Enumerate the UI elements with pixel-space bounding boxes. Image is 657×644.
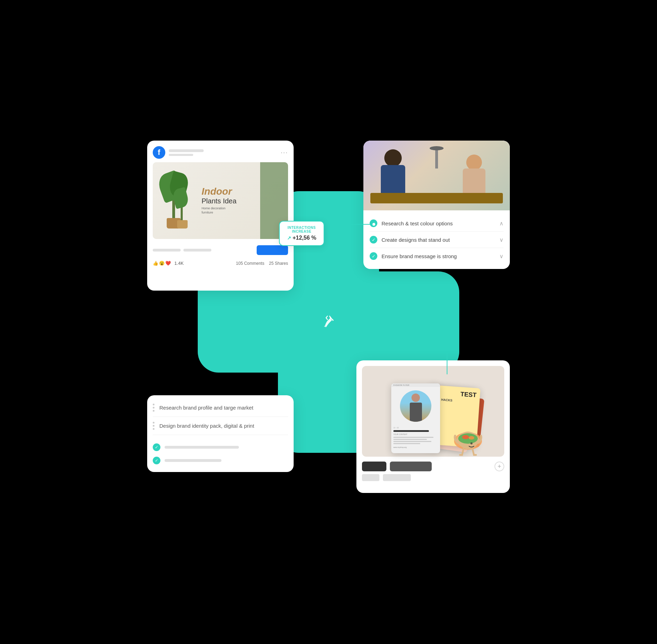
design-card: FASHIONFLYER TEST HACKS FASHION FLYER xyxy=(356,360,510,493)
tasks-card: Research brand profile and targe market … xyxy=(147,395,294,472)
center-design-icon xyxy=(318,312,339,332)
drag-handle-1[interactable] xyxy=(153,404,154,412)
dot2 xyxy=(153,407,154,409)
lamp-stand xyxy=(435,148,438,169)
wow-emoji: 😮 xyxy=(159,261,165,266)
dot6 xyxy=(153,428,154,430)
plant-illustration xyxy=(160,173,195,229)
flyer-main: FASHION FLYER 10 · 03 YOUR CONTEN xyxy=(391,383,440,453)
design-preview: FASHIONFLYER TEST HACKS FASHION FLYER xyxy=(362,366,504,457)
drag-handle-2[interactable] xyxy=(153,422,154,430)
facebook-icon: f xyxy=(153,146,165,159)
people-scene xyxy=(363,141,510,210)
check-icon-3: ✓ xyxy=(370,252,377,260)
body-line-1 xyxy=(393,437,433,438)
checklist-photo xyxy=(363,141,510,210)
checklist-item-1[interactable]: ✓ Research & test colour options ∧ xyxy=(370,215,504,232)
completed-check-2: ✓ xyxy=(153,457,160,464)
design-tag-1 xyxy=(362,474,379,481)
flyer-top-bar: FASHION FLYER xyxy=(391,383,440,387)
person2 xyxy=(466,155,482,193)
person2-body xyxy=(463,169,485,193)
fb-action-line2 xyxy=(183,249,211,252)
completed-tasks: ✓ ✓ xyxy=(153,439,288,469)
person-head-flyer xyxy=(411,394,420,402)
task-text-2: Design brand identity pack, digital & pr… xyxy=(159,423,254,429)
flyer-title-line xyxy=(393,430,429,432)
checklist-item-2[interactable]: ✓ Create designs that stand out ∨ xyxy=(370,232,504,248)
check-left-3: ✓ Ensure brand message is strong xyxy=(370,252,457,260)
badge-percentage: +12,56 % xyxy=(293,235,316,241)
task-row-1[interactable]: Research brand profile and targe market xyxy=(153,399,288,417)
heart-emoji: ❤️ xyxy=(165,261,171,266)
add-button[interactable]: + xyxy=(494,462,504,471)
chevron-down-icon-3[interactable]: ∨ xyxy=(499,253,504,260)
fb-action-lines xyxy=(153,249,211,252)
checklist-items: ✓ Research & test colour options ∧ ✓ Cre… xyxy=(363,210,510,269)
flyer-top-text: FASHION FLYER xyxy=(393,384,409,386)
like-emoji: 👍 xyxy=(153,261,158,266)
shares-count: 25 Shares xyxy=(269,261,288,266)
completed-row-1: ✓ xyxy=(153,441,288,454)
body-line-4 xyxy=(393,443,420,444)
design-button-outline[interactable] xyxy=(390,462,432,471)
checklist-item-3[interactable]: ✓ Ensure brand message is strong ∨ xyxy=(370,248,504,264)
task-row-2[interactable]: Design brand identity pack, digital & pr… xyxy=(153,417,288,435)
design-tags-row xyxy=(362,474,504,481)
plant-pot2 xyxy=(177,220,188,229)
fb-meta-line xyxy=(169,154,193,156)
dot5 xyxy=(153,425,154,427)
flyer-date: 10 · 03 xyxy=(393,427,438,429)
fb-post-image: Indoor Plants Idea Home decorationfurnit… xyxy=(153,162,288,239)
person1-head xyxy=(384,149,402,167)
flyer-subtitle-small: YOUR CONTENT xyxy=(393,433,438,435)
fb-user-info xyxy=(169,149,204,156)
dot3 xyxy=(153,410,154,412)
body-line-2 xyxy=(393,439,427,440)
indoor-plant-visual: Indoor Plants Idea Home decorationfurnit… xyxy=(153,162,288,239)
likes-count: 1.4K xyxy=(174,261,184,266)
completed-row-2: ✓ xyxy=(153,454,288,467)
lamp-shade xyxy=(430,146,444,150)
completed-check-1: ✓ xyxy=(153,443,160,451)
interaction-badge: INTERACTIONSINCREASE ↗ +12,56 % xyxy=(279,221,324,246)
chevron-down-icon-2[interactable]: ∨ xyxy=(499,237,504,243)
fb-menu-dots[interactable]: ··· xyxy=(281,149,288,156)
flyer-body xyxy=(393,437,438,444)
design-footer: + xyxy=(362,462,504,471)
fb-footer: 👍 😮 ❤️ 1.4K 105 Comments 25 Shares xyxy=(153,261,288,266)
fb-header: f ··· xyxy=(153,146,288,159)
flyer-stack: FASHIONFLYER TEST HACKS FASHION FLYER xyxy=(388,373,478,453)
badge-value: ↗ +12,56 % xyxy=(285,235,318,241)
person1-body xyxy=(381,165,405,193)
comments-count: 105 Comments xyxy=(236,261,264,266)
fb-name-line xyxy=(169,149,204,152)
dot4 xyxy=(153,422,154,424)
design-button-dark[interactable] xyxy=(362,462,386,471)
body-line-3 xyxy=(393,441,431,442)
svg-point-8 xyxy=(462,435,469,439)
svg-point-9 xyxy=(469,436,474,440)
check-left-1: ✓ Research & test colour options xyxy=(370,219,453,227)
flyer-circle-photo xyxy=(400,390,431,422)
check-icon-2: ✓ xyxy=(370,236,377,244)
check-text-2: Create designs that stand out xyxy=(382,237,450,243)
facebook-card: f ··· Indo xyxy=(147,141,294,291)
task-text-1: Research brand profile and targe market xyxy=(159,405,253,411)
chevron-up-icon-1[interactable]: ∧ xyxy=(499,220,504,227)
checklist-card: ✓ Research & test colour options ∧ ✓ Cre… xyxy=(363,141,510,269)
check-left-2: ✓ Create designs that stand out xyxy=(370,236,450,244)
flyer-content: 10 · 03 YOUR CONTENT www.myshop.org xyxy=(391,425,440,453)
fb-cta-button[interactable] xyxy=(257,245,288,255)
check-text-1: Research & test colour options xyxy=(382,220,453,226)
svg-point-10 xyxy=(470,442,473,444)
completed-line-2 xyxy=(165,459,221,462)
desk xyxy=(370,193,503,203)
badge-title: INTERACTIONSINCREASE xyxy=(285,226,318,233)
person1 xyxy=(384,149,402,193)
dot1 xyxy=(153,404,154,405)
fb-stats: 105 Comments 25 Shares xyxy=(236,261,288,266)
main-scene: f ··· Indo xyxy=(137,130,520,514)
check-text-3: Ensure brand message is strong xyxy=(382,253,457,259)
design-tag-2 xyxy=(383,474,411,481)
